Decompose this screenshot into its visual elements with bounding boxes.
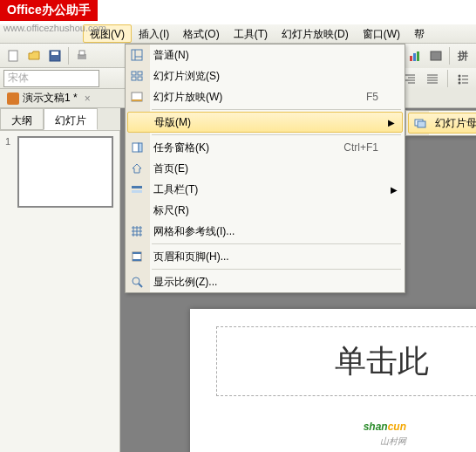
submenu-label: 幻灯片母版(S) <box>435 116 476 131</box>
svg-rect-4 <box>79 51 85 55</box>
title-textbox[interactable]: 单击此 <box>216 326 476 396</box>
svg-rect-37 <box>138 77 142 80</box>
save-button[interactable] <box>45 46 65 65</box>
menu-label: 标尺(R) <box>153 203 189 218</box>
outline-tab[interactable]: 大纲 <box>0 108 44 130</box>
menu-separator <box>152 134 401 135</box>
menu-item-home[interactable]: 首页(E) <box>126 158 405 179</box>
menu-label: 工具栏(T) <box>153 182 198 197</box>
menu-format[interactable]: 格式(O) <box>176 24 226 43</box>
svg-rect-35 <box>138 72 142 75</box>
svg-rect-8 <box>431 51 441 60</box>
menu-label: 幻灯片浏览(S) <box>153 69 220 84</box>
menu-insert[interactable]: 插入(I) <box>132 24 176 43</box>
shortcut-label: Ctrl+F1 <box>343 141 378 154</box>
grid-icon <box>130 224 144 238</box>
browse-icon <box>130 69 144 83</box>
svg-rect-0 <box>9 51 17 61</box>
separator <box>447 70 448 87</box>
slide-master-icon <box>413 116 427 130</box>
open-button[interactable] <box>24 46 44 65</box>
media-button[interactable] <box>426 46 445 65</box>
menu-slideshow[interactable]: 幻灯片放映(D) <box>275 24 356 43</box>
slide-thumbnail-image <box>17 136 113 208</box>
view-menu-dropdown: 普通(N) 幻灯片浏览(S) 幻灯片放映(W) F5 母版(M) ▶ 任务窗格(… <box>125 44 405 293</box>
separator <box>449 47 450 65</box>
document-tab[interactable]: 演示文稿1 * × <box>7 91 91 106</box>
svg-point-25 <box>459 75 461 78</box>
thumbnail-panel: 1 <box>0 131 120 452</box>
menu-label: 显示比例(Z)... <box>153 275 217 290</box>
menu-label: 幻灯片放映(W) <box>153 90 222 105</box>
taskpane-icon <box>130 140 144 154</box>
svg-point-53 <box>133 277 139 284</box>
new-doc-button[interactable] <box>3 46 23 65</box>
svg-rect-2 <box>51 51 58 55</box>
svg-rect-39 <box>132 99 142 101</box>
font-name-combo[interactable]: 宋体 <box>3 70 99 87</box>
home-icon <box>130 161 144 175</box>
slide-number: 1 <box>5 136 10 147</box>
watermark-text: cun <box>388 421 406 433</box>
submenu-item-slide-master[interactable]: 幻灯片母版(S) <box>408 113 476 134</box>
watermark-text: shan <box>364 421 388 433</box>
svg-rect-6 <box>413 53 416 61</box>
menu-item-grid[interactable]: 网格和参考线(I)... <box>126 221 405 242</box>
menu-separator <box>152 269 401 270</box>
presentation-icon <box>7 92 19 105</box>
title-placeholder-text: 单击此 <box>335 340 429 383</box>
menu-label: 任务窗格(K) <box>153 140 209 155</box>
slide-thumbnail[interactable]: 1 <box>5 136 114 208</box>
document-name: 演示文稿1 * <box>23 91 78 106</box>
svg-point-29 <box>459 82 461 85</box>
menu-item-toolbar[interactable]: 工具栏(T) ▶ <box>126 179 405 200</box>
align-justify-button[interactable] <box>423 69 442 88</box>
menu-item-normal[interactable]: 普通(N) <box>126 45 405 65</box>
watermark-badge: Office办公助手 <box>0 0 98 21</box>
menu-separator <box>152 109 401 110</box>
print-button[interactable] <box>72 46 92 65</box>
svg-rect-34 <box>132 72 136 75</box>
svg-rect-56 <box>418 121 425 127</box>
menu-window[interactable]: 窗口(W) <box>356 24 407 43</box>
zoom-icon <box>130 275 144 289</box>
separator <box>68 47 69 65</box>
watermark-bottom-right: shancun 山村网 <box>364 411 406 448</box>
menu-label: 页眉和页脚(H)... <box>153 250 229 264</box>
menu-item-ruler[interactable]: 标尺(R) <box>126 200 405 221</box>
bullets-button[interactable] <box>453 69 473 88</box>
slides-tab[interactable]: 幻灯片 <box>44 108 98 130</box>
svg-rect-41 <box>139 143 142 152</box>
menu-help[interactable]: 帮 <box>407 24 432 43</box>
spellcheck-button[interactable]: 拼 <box>453 46 473 65</box>
svg-rect-43 <box>132 190 142 193</box>
svg-line-54 <box>139 284 142 287</box>
menu-item-header[interactable]: 页眉和页脚(H)... <box>126 246 405 267</box>
menu-separator <box>152 243 401 244</box>
view-tabs: 大纲 幻灯片 <box>0 108 120 131</box>
menu-item-zoom[interactable]: 显示比例(Z)... <box>126 271 405 292</box>
submenu-arrow-icon: ▶ <box>388 118 395 127</box>
svg-rect-7 <box>417 51 419 61</box>
header-footer-icon <box>130 250 144 264</box>
svg-rect-36 <box>132 77 136 80</box>
menu-item-master[interactable]: 母版(M) ▶ <box>127 112 403 133</box>
chart-button[interactable] <box>405 46 425 65</box>
svg-rect-51 <box>133 252 141 254</box>
svg-rect-5 <box>410 56 412 61</box>
menu-item-browse[interactable]: 幻灯片浏览(S) <box>126 65 405 86</box>
menu-item-taskpane[interactable]: 任务窗格(K) Ctrl+F1 <box>126 137 405 158</box>
master-submenu: 幻灯片母版(S) <box>405 110 476 136</box>
svg-rect-40 <box>133 143 139 152</box>
slide-canvas[interactable]: 单击此 <box>190 309 476 452</box>
svg-rect-42 <box>132 186 142 188</box>
close-icon[interactable]: × <box>85 92 91 105</box>
shortcut-label: F5 <box>366 91 378 103</box>
menu-tools[interactable]: 工具(T) <box>227 24 275 43</box>
play-icon <box>130 90 144 104</box>
watermark-top-left: Office办公助手 www.officezhushou.com <box>0 0 110 35</box>
watermark-url: www.officezhushou.com <box>0 21 110 35</box>
normal-view-icon <box>130 48 144 62</box>
svg-rect-31 <box>132 50 142 60</box>
menu-item-play[interactable]: 幻灯片放映(W) F5 <box>126 86 405 107</box>
